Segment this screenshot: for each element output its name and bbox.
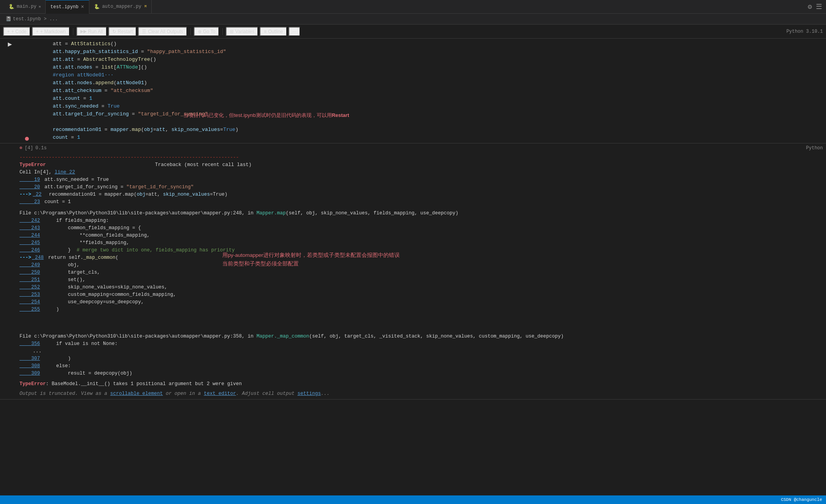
cell-exec-info: ⊗ [4] 0.1s Python <box>0 143 826 152</box>
code-line-6: att.att_checksum = "att_checksum" <box>19 87 826 95</box>
file1-line-248-arrow: ---> 248 return self._map_common( <box>19 254 807 262</box>
outline-label: Outline <box>268 29 283 34</box>
tab-test-ipynb[interactable]: test.ipynb × <box>46 0 89 14</box>
file1-line-243: 243 common_fields_mapping = { <box>19 225 807 232</box>
code-line-11-breakpoint: count = 1 <box>19 134 826 141</box>
file1-line-242: 242 if fields_mapping: <box>19 217 807 225</box>
toolbar-separator-1 <box>73 28 73 35</box>
status-right: CSDN @changuncle <box>781 497 822 502</box>
breadcrumb: 📓 test.ipynb > ... <box>0 14 826 25</box>
file2-dots: ... <box>19 348 807 355</box>
modified-indicator: M <box>144 5 146 9</box>
error-exec-icon: ⊗ <box>19 145 22 151</box>
plus-icon: + <box>7 29 10 34</box>
toolbar-python-version: Python 3.10.1 <box>786 29 823 34</box>
run-all-label: Run All <box>88 29 103 34</box>
tab-main-py-label: main.py <box>17 4 36 9</box>
file2-line-309: 309 result = deepcopy(obj) <box>19 370 807 377</box>
breakpoint-indicator <box>25 137 29 141</box>
code-line-8: att.sync_needed = True <box>19 103 826 110</box>
breadcrumb-path: test.ipynb > ... <box>13 16 58 22</box>
clear-all-label: Clear All Outputs <box>148 29 183 34</box>
restart-icon: ↻ <box>112 29 116 34</box>
more-label: ··· <box>292 29 296 34</box>
code-line-9: att.target_id_for_syncing = "target_id_f… <box>19 110 826 118</box>
output-spacer-3 <box>19 377 807 380</box>
tab-test-ipynb-close[interactable]: × <box>81 4 84 10</box>
add-code-button[interactable]: + + Code <box>3 27 30 36</box>
tb-line-19: 19 att.sync_needed = True <box>19 176 807 184</box>
output-truncated: Output is truncated. View as a scrollabl… <box>19 390 807 398</box>
annotation-restart: 当项目代码已变化，但test.ipynb测试时仍是旧代码的表现，可以用Resta… <box>183 112 349 119</box>
run-all-icon: ▶▶ <box>80 29 87 34</box>
cell-exec-num: [4] <box>25 145 33 151</box>
cell-lang: Python <box>806 145 823 151</box>
file1-line-254: 254 use_deepcopy=use_deepcopy, <box>19 299 807 306</box>
add-markdown-label: + Markdown <box>40 29 66 34</box>
file1-line-249: 249 obj, <box>19 262 807 269</box>
file1-line-245: 245 **fields_mapping, <box>19 239 807 247</box>
file1-line-244: 244 **common_fields_mapping, <box>19 232 807 239</box>
python-icon-2: 🐍 <box>94 4 100 10</box>
code-line-1: att = AttStatistics() <box>19 40 826 48</box>
cell-gutter: ▶ <box>0 39 19 143</box>
cell-run-button[interactable]: ▶ <box>7 40 13 48</box>
run-all-button[interactable]: ▶▶ Run All <box>76 27 107 36</box>
scrollable-element-link[interactable]: scrollable element <box>110 390 163 398</box>
tab-auto-mapper-py[interactable]: 🐍 auto_mapper.py M <box>89 0 152 14</box>
settings-icon[interactable]: ⚙ <box>808 2 812 11</box>
tab-test-ipynb-label: test.ipynb <box>50 4 78 10</box>
toolbar-separator-2 <box>190 28 191 35</box>
variables-label: Variables <box>235 29 254 34</box>
add-markdown-button[interactable]: + + Markdown <box>32 27 70 36</box>
output-cell-ref: Cell In[4], line 22 <box>19 169 807 176</box>
goto-icon: ⊕ <box>198 29 202 34</box>
toolbar: + + Code + + Markdown ▶▶ Run All ↻ Resta… <box>0 25 826 39</box>
restart-label: Restart <box>118 29 133 34</box>
more-button[interactable]: ··· <box>289 27 300 36</box>
code-line-region: #region attNode01··· <box>19 71 826 79</box>
status-credit: CSDN @changuncle <box>781 497 822 502</box>
clear-all-outputs-button[interactable]: ☰ Clear All Outputs <box>138 27 187 36</box>
text-editor-link[interactable]: text editor <box>204 390 236 398</box>
file1-line-252: 252 skip_none_values=skip_none_values, <box>19 284 807 291</box>
title-bar-icons: ⚙ ☰ <box>808 2 822 11</box>
code-line-5: att.att.nodes.append(attNode01) <box>19 79 826 87</box>
output-area: ----------------------------------------… <box>0 152 826 400</box>
variables-icon: ⊞ <box>230 29 234 34</box>
tab-main-py[interactable]: 🐍 main.py M <box>4 0 46 14</box>
clear-icon: ☰ <box>142 29 146 34</box>
file1-line-246: 246 } # merge two dict into one, fields_… <box>19 247 807 254</box>
code-line-4: att.att.nodes = list[ATTNode]() <box>19 64 826 71</box>
output-dashes: ----------------------------------------… <box>19 154 807 161</box>
goto-button[interactable]: ⊕ Go To <box>194 27 220 36</box>
tab-auto-mapper-label: auto_mapper.py <box>102 4 142 9</box>
settings-link[interactable]: settings <box>298 390 321 398</box>
file1-line-255: 255 ) <box>19 306 807 313</box>
layout-icon[interactable]: ☰ <box>816 2 822 11</box>
python-icon: 🐍 <box>9 4 14 10</box>
status-bar: CSDN @changuncle <box>0 495 826 504</box>
cell-container: ▶ att = AttStatistics() att.happy_path_s… <box>0 39 826 143</box>
title-bar: 🐍 main.py M test.ipynb × 🐍 auto_mapper.p… <box>0 0 826 14</box>
main-content[interactable]: ▶ att = AttStatistics() att.happy_path_s… <box>0 39 826 495</box>
file2-line-308: 308 else: <box>19 363 807 370</box>
file1-line-251: 251 set(), <box>19 276 807 284</box>
tb-line-22-arrow: ---> 22 recommendation01 = mapper.map(ob… <box>19 191 807 198</box>
output-file2: File c:\Programs\Python\Python310\lib\si… <box>19 333 807 340</box>
file1-line-253: 253 custom_mapping=common_fields_mapping… <box>19 291 807 299</box>
variables-button[interactable]: ⊞ Variables <box>226 27 258 36</box>
restart-button[interactable]: ↻ Restart <box>108 27 137 36</box>
tb-line-20: 20 att.target_id_for_syncing = "target_i… <box>19 184 807 191</box>
tab-main-py-dot: M <box>39 5 41 9</box>
output-file1: File c:\Programs\Python\Python310\lib\si… <box>19 210 807 217</box>
add-code-label: + Code <box>11 29 27 34</box>
toolbar-separator-3 <box>222 28 223 35</box>
code-line-7: att.count = 1 <box>19 95 826 103</box>
code-cell[interactable]: att = AttStatistics() att.happy_path_sta… <box>19 39 826 143</box>
code-line-10: recommendation01 = mapper.map(obj=att, s… <box>19 126 826 134</box>
output-spacer-1 <box>19 206 807 210</box>
outline-button[interactable]: ≡ Outline <box>260 27 287 36</box>
output-final-error: TypeError : BaseModel.__init__() takes 1… <box>19 380 807 388</box>
file1-line-250: 250 target_cls, <box>19 269 807 276</box>
